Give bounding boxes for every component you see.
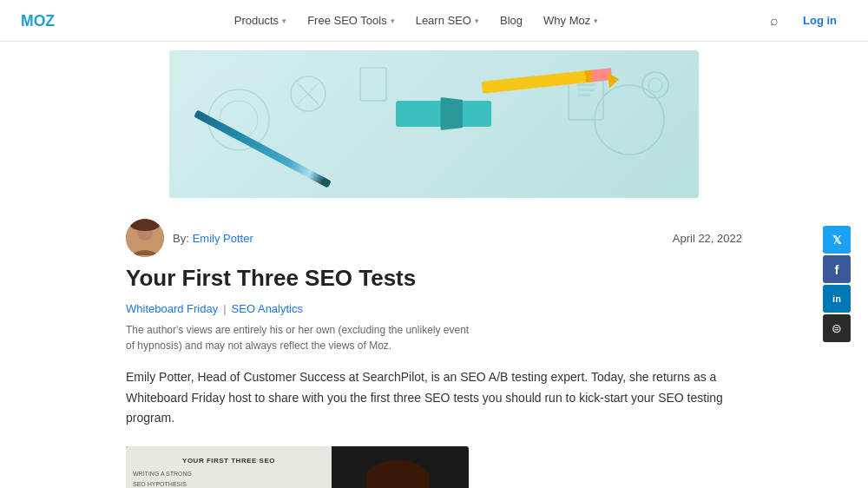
hero-image xyxy=(169,50,699,198)
facebook-icon: f xyxy=(835,262,839,277)
article-title: Your First Three SEO Tests xyxy=(126,264,742,293)
nav-free-seo-tools[interactable]: Free SEO Tools ▾ xyxy=(299,0,404,42)
author-left: By: Emily Potter xyxy=(126,219,253,257)
login-button[interactable]: Log in xyxy=(792,9,847,32)
nav-learn-seo[interactable]: Learn SEO ▾ xyxy=(407,0,488,42)
author-link[interactable]: Emily Potter xyxy=(193,232,253,245)
nav-why-moz[interactable]: Why Moz ▾ xyxy=(535,0,607,42)
disclaimer-text: The author's views are entirely his or h… xyxy=(126,322,473,353)
logo[interactable]: MOZ xyxy=(21,12,62,30)
facebook-share-button[interactable]: f xyxy=(823,255,851,283)
svg-point-12 xyxy=(642,72,668,98)
article-tags: Whiteboard Friday | SEO Analytics xyxy=(126,302,742,315)
nav-products[interactable]: Products ▾ xyxy=(226,0,295,42)
nav-right: ⌕ Log in xyxy=(770,9,847,32)
svg-rect-7 xyxy=(577,94,590,96)
hero-wrapper xyxy=(87,42,781,207)
content-area: By: Emily Potter April 22, 2022 Your Fir… xyxy=(87,42,781,488)
article-date: April 22, 2022 xyxy=(673,232,742,245)
chevron-down-icon: ▾ xyxy=(594,16,598,25)
chevron-down-icon: ▾ xyxy=(475,16,479,25)
chevron-down-icon: ▾ xyxy=(282,16,286,25)
svg-point-13 xyxy=(648,78,662,92)
chevron-down-icon: ▾ xyxy=(391,16,395,25)
search-icon[interactable]: ⌕ xyxy=(770,13,779,29)
nav-links: Products ▾ Free SEO Tools ▾ Learn SEO ▾ … xyxy=(226,0,607,42)
moz-logo-icon: MOZ xyxy=(21,12,62,30)
svg-text:MOZ: MOZ xyxy=(21,12,55,30)
nav-blog[interactable]: Blog xyxy=(491,0,531,42)
svg-rect-11 xyxy=(360,68,386,101)
linkedin-share-button[interactable]: in xyxy=(823,285,851,313)
page-container: MOZ Products ▾ Free SEO Tools ▾ Learn SE… xyxy=(0,0,868,488)
video-person-area xyxy=(280,446,469,488)
author-avatar-icon xyxy=(126,219,164,257)
person-hair-right xyxy=(366,472,378,488)
buffer-share-button[interactable]: ⊜ xyxy=(823,314,851,342)
teal-cap xyxy=(440,97,463,130)
avatar xyxy=(126,219,164,257)
twitter-share-button[interactable]: 𝕏 xyxy=(823,226,851,254)
tag-seo-analytics[interactable]: SEO Analytics xyxy=(232,302,303,315)
svg-rect-6 xyxy=(577,89,595,91)
linkedin-icon: in xyxy=(832,293,841,304)
twitter-icon: 𝕏 xyxy=(832,234,841,247)
social-sidebar: 𝕏 f in ⊜ xyxy=(823,226,851,342)
video-container[interactable]: YOUR FIRST THREE SEO WRITING A STRONG SE… xyxy=(126,446,469,488)
pencil-tip-icon xyxy=(608,71,620,88)
svg-rect-5 xyxy=(577,83,595,86)
tag-whiteboard-friday[interactable]: Whiteboard Friday xyxy=(126,302,218,315)
person-hair-left xyxy=(417,472,429,488)
author-byline: By: Emily Potter xyxy=(173,231,253,245)
svg-point-3 xyxy=(595,85,664,155)
author-row: By: Emily Potter April 22, 2022 xyxy=(126,207,742,264)
svg-rect-18 xyxy=(130,219,160,231)
article-wrapper: By: Emily Potter April 22, 2022 Your Fir… xyxy=(108,207,760,488)
article-body-text: Emily Potter, Head of Customer Success a… xyxy=(126,367,742,429)
buffer-icon: ⊜ xyxy=(832,321,842,335)
navbar: MOZ Products ▾ Free SEO Tools ▾ Learn SE… xyxy=(0,0,868,42)
